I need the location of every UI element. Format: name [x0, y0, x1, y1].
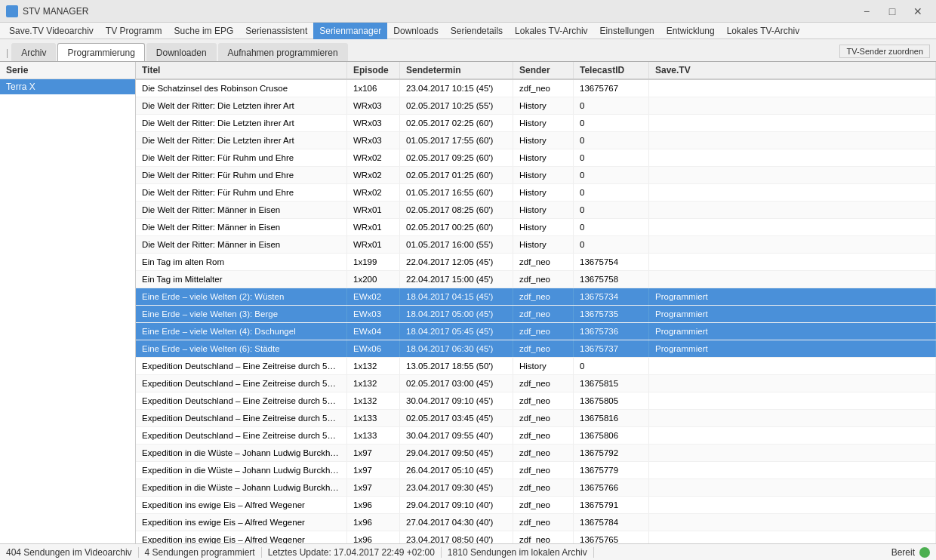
status-segment-2: 4 Sendungen programmiert [139, 547, 262, 558]
table-row[interactable]: Expedition Deutschland – Eine Zeitreise … [136, 410, 936, 427]
table-cell-2: 01.05.2017 16:00 (55') [400, 236, 513, 253]
table-cell-2: 02.05.2017 03:00 (45') [400, 375, 513, 392]
table-cell-5 [649, 97, 936, 114]
close-button[interactable]: ✕ [906, 4, 930, 19]
tab-programmierung[interactable]: Programmierung [57, 43, 144, 61]
table-cell-5 [649, 427, 936, 444]
table-row[interactable]: Expedition in die Wüste – Johann Ludwig … [136, 445, 936, 462]
table-cell-5 [649, 358, 936, 374]
table-cell-5 [649, 497, 936, 513]
table-cell-5 [649, 132, 936, 149]
menu-item-lokales-tv-archiv[interactable]: Lokales TV-Archiv [509, 23, 594, 39]
col-savetv[interactable]: Save.TV [649, 62, 936, 78]
table-row[interactable]: Die Welt der Ritter: Die Letzten ihrer A… [136, 115, 936, 132]
table-cell-0: Die Welt der Ritter: Männer in Eisen [136, 236, 347, 253]
status-segment-1: 404 Sendungen im Videoarchiv [6, 547, 139, 558]
maximize-button[interactable]: □ [880, 4, 904, 19]
table-cell-5 [649, 531, 936, 543]
table-row[interactable]: Expedition ins ewige Eis – Alfred Wegene… [136, 497, 936, 514]
table-cell-2: 18.04.2017 05:00 (45') [400, 306, 513, 322]
table-cell-1: 1x132 [347, 392, 400, 409]
tab-downloaden[interactable]: Downloaden [146, 43, 217, 61]
table-cell-1: 1x96 [347, 531, 400, 543]
menu-item-suche-im-epg[interactable]: Suche im EPG [168, 23, 240, 39]
table-row[interactable]: Expedition Deutschland – Eine Zeitreise … [136, 358, 936, 375]
table-cell-0: Expedition in die Wüste – Johann Ludwig … [136, 462, 347, 478]
table-row[interactable]: Expedition in die Wüste – Johann Ludwig … [136, 462, 936, 479]
table-row[interactable]: Expedition in die Wüste – Johann Ludwig … [136, 479, 936, 497]
sidebar-item-terra-x[interactable]: Terra X [0, 79, 135, 94]
table-cell-4: 13675737 [574, 340, 649, 357]
table-cell-0: Expedition in die Wüste – Johann Ludwig … [136, 479, 347, 496]
col-episode[interactable]: Episode [347, 62, 400, 78]
table-row[interactable]: Ein Tag im alten Rom1x19922.04.2017 12:0… [136, 254, 936, 271]
table-cell-1: 1x97 [347, 479, 400, 496]
table-cell-4: 13675736 [574, 323, 649, 340]
table-cell-5 [649, 445, 936, 461]
status-bar: 404 Sendungen im Videoarchiv 4 Sendungen… [0, 543, 936, 560]
minimize-button[interactable]: − [854, 4, 879, 19]
table-cell-0: Expedition ins ewige Eis – Alfred Wegene… [136, 497, 347, 513]
menu-item-serienmanager[interactable]: Serienmanager [313, 23, 387, 39]
table-cell-2: 02.05.2017 01:25 (60') [400, 167, 513, 183]
table-cell-2: 23.04.2017 09:30 (45') [400, 479, 513, 496]
table-cell-5: Programmiert [649, 288, 936, 305]
table-cell-2: 02.05.2017 02:25 (60') [400, 115, 513, 131]
table-cell-5 [649, 375, 936, 392]
menu-item-entwicklung[interactable]: Entwicklung [660, 23, 721, 39]
table-cell-1: EWx06 [347, 340, 400, 357]
table-cell-4: 0 [574, 97, 649, 114]
menu-item-save.tv-videoarchiv[interactable]: Save.TV Videoarchiv [3, 23, 100, 39]
table-cell-0: Ein Tag im alten Rom [136, 254, 347, 270]
table-row[interactable]: Die Welt der Ritter: Männer in EisenWRx0… [136, 219, 936, 236]
table-row[interactable]: Die Welt der Ritter: Männer in EisenWRx0… [136, 202, 936, 219]
table-row[interactable]: Expedition ins ewige Eis – Alfred Wegene… [136, 514, 936, 531]
table-row[interactable]: Expedition Deutschland – Eine Zeitreise … [136, 392, 936, 410]
menu-item-seriendetails[interactable]: Seriendetails [445, 23, 509, 39]
table-cell-5 [649, 410, 936, 426]
table-cell-1: 1x199 [347, 254, 400, 270]
table-row[interactable]: Die Welt der Ritter: Für Ruhm und EhreWR… [136, 184, 936, 202]
table-cell-4: 0 [574, 149, 649, 166]
col-sendetermin[interactable]: Sendetermin [400, 62, 513, 78]
col-title[interactable]: Titel [136, 62, 347, 78]
menu-item-einstellungen[interactable]: Einstellungen [594, 23, 660, 39]
table-cell-5 [649, 254, 936, 270]
col-sender[interactable]: Sender [513, 62, 574, 78]
table-cell-0: Expedition ins ewige Eis – Alfred Wegene… [136, 531, 347, 543]
table-cell-5: Programmiert [649, 323, 936, 340]
table-row[interactable]: Die Welt der Ritter: Die Letzten ihrer A… [136, 132, 936, 149]
table-cell-5 [649, 184, 936, 201]
menu-item-downloads[interactable]: Downloads [387, 23, 444, 39]
table-row[interactable]: Die Schatzinsel des Robinson Crusoe1x106… [136, 80, 936, 97]
table-row[interactable]: Expedition Deutschland – Eine Zeitreise … [136, 375, 936, 392]
table-cell-1: 1x96 [347, 497, 400, 513]
table-cell-4: 13675767 [574, 80, 649, 97]
tab-aufnahmen-programmieren[interactable]: Aufnahmen programmieren [218, 43, 348, 61]
table-cell-0: Die Welt der Ritter: Für Ruhm und Ehre [136, 184, 347, 201]
table-cell-2: 01.05.2017 16:55 (60') [400, 184, 513, 201]
table-body[interactable]: Die Schatzinsel des Robinson Crusoe1x106… [136, 80, 936, 543]
menu-item-lokales-tv-archiv[interactable]: Lokales TV-Archiv [721, 23, 806, 39]
menu-item-serienassistent[interactable]: Serienassistent [239, 23, 313, 39]
table-row[interactable]: Expedition Deutschland – Eine Zeitreise … [136, 427, 936, 445]
table-row[interactable]: Eine Erde – viele Welten (3): BergeEWx03… [136, 306, 936, 323]
table-cell-0: Expedition Deutschland – Eine Zeitreise … [136, 392, 347, 409]
table-row[interactable]: Eine Erde – viele Welten (6): StädteEWx0… [136, 340, 936, 358]
table-row[interactable]: Ein Tag im Mittelalter1x20022.04.2017 15… [136, 271, 936, 288]
table-row[interactable]: Eine Erde – viele Welten (2): WüstenEWx0… [136, 288, 936, 306]
tv-sender-button[interactable]: TV-Sender zuordnen [839, 45, 930, 58]
table-row[interactable]: Eine Erde – viele Welten (4): DschungelE… [136, 323, 936, 340]
table-cell-4: 13675734 [574, 288, 649, 305]
table-cell-2: 02.05.2017 03:45 (45') [400, 410, 513, 426]
table-row[interactable]: Die Welt der Ritter: Für Ruhm und EhreWR… [136, 149, 936, 167]
title-bar: STV MANAGER − □ ✕ [0, 0, 936, 23]
table-row[interactable]: Die Welt der Ritter: Für Ruhm und EhreWR… [136, 167, 936, 184]
table-row[interactable]: Expedition ins ewige Eis – Alfred Wegene… [136, 531, 936, 543]
col-telecastid[interactable]: TelecastID [574, 62, 649, 78]
tab-archiv[interactable]: Archiv [11, 43, 56, 61]
table-cell-1: 1x133 [347, 410, 400, 426]
table-row[interactable]: Die Welt der Ritter: Männer in EisenWRx0… [136, 236, 936, 254]
menu-item-tv-programm[interactable]: TV Programm [100, 23, 168, 39]
table-row[interactable]: Die Welt der Ritter: Die Letzten ihrer A… [136, 97, 936, 115]
